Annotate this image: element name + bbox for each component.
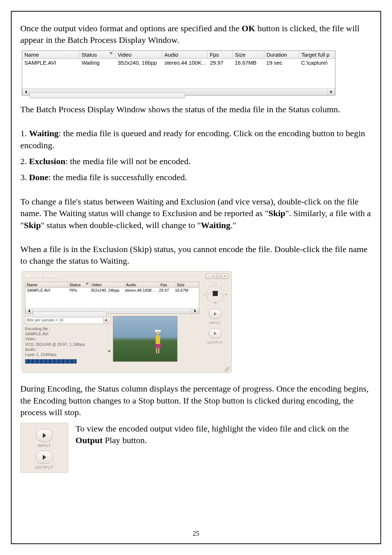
play-icon <box>214 332 216 335</box>
col-status[interactable]: Status <box>68 282 90 287</box>
scroll-right-button[interactable] <box>192 308 199 313</box>
stop-dial[interactable]: ○-○ – + H <box>204 282 227 305</box>
paragraph-skip-note: When a file is in the Exclusion (Skip) s… <box>20 243 372 267</box>
play-icon <box>43 433 46 438</box>
chevron-left-icon <box>28 309 30 313</box>
cell-status: Waiting <box>79 59 116 66</box>
col-fps[interactable]: Fps <box>159 282 175 287</box>
sort-descending-icon[interactable] <box>109 52 113 54</box>
number: 2. <box>20 157 29 166</box>
horizontal-scrollbar[interactable] <box>25 308 199 313</box>
desc: : the media file will not be encoded. <box>65 157 191 166</box>
screenshot-batch-list: Name Status Video Audio Fps Size Duratio… <box>22 50 335 96</box>
cell-video: 352x240, 16bpp <box>115 59 162 66</box>
text: Once the output video format and options… <box>20 24 242 33</box>
desc: : the media file is successfully encoded… <box>48 173 187 182</box>
paragraph-status-desc: The Batch Process Display Window shows t… <box>20 104 372 115</box>
col-status[interactable]: Status <box>79 51 116 58</box>
scroll-left-button[interactable] <box>22 89 29 95</box>
cell-audio: stereo,44.100K... <box>162 59 208 66</box>
bold-waiting: Waiting <box>201 220 230 230</box>
term: Exclusion <box>29 157 65 166</box>
chevron-down-icon <box>108 351 111 357</box>
stop-icon <box>213 291 218 296</box>
cell-duration: 19 sec <box>264 59 299 66</box>
scroll-up-button[interactable] <box>103 317 109 323</box>
term: Done <box>29 173 48 182</box>
col-duration[interactable]: Duration <box>264 51 299 58</box>
input-play-button[interactable] <box>209 309 222 319</box>
text: Play button. <box>103 436 147 445</box>
play-icon <box>43 455 46 460</box>
close-icon: × <box>224 274 226 278</box>
batch-empty-area <box>22 66 335 88</box>
col-name[interactable]: Name <box>25 282 68 287</box>
output-label: OUTPUT <box>208 341 223 344</box>
scroll-thumb[interactable] <box>33 312 106 317</box>
list-item-done: 3. Done: the media file is successfully … <box>20 171 372 183</box>
input-play-button[interactable] <box>36 429 53 442</box>
minus-icon: – <box>203 292 205 297</box>
col-fps[interactable]: Fps <box>208 51 233 58</box>
chevron-right-icon <box>330 90 332 94</box>
info-line: Audio : <box>25 347 111 352</box>
preview-figure-icon <box>153 329 163 354</box>
col-size[interactable]: Size <box>175 282 195 287</box>
paragraph-intro: Once the output video format and options… <box>20 23 372 46</box>
col-video[interactable]: Video <box>90 282 124 287</box>
term: Waiting <box>29 129 58 138</box>
maximize-icon: ▢ <box>216 274 219 278</box>
horizontal-scrollbar[interactable] <box>22 88 335 95</box>
cell-video: 352x240, 24bpp <box>89 288 123 293</box>
sort-descending-icon[interactable] <box>85 283 89 285</box>
chevron-right-icon <box>194 309 196 313</box>
cell-name: SAMPLE.AVI <box>22 59 79 66</box>
col-size[interactable]: Size <box>233 51 264 58</box>
col-audio[interactable]: Audio <box>162 51 208 58</box>
cell-size: 16.67MB <box>233 59 264 66</box>
info-line: Encoding file : <box>25 326 111 331</box>
batch-header-row: Name Status Video Audio Fps Size Duratio… <box>22 51 335 59</box>
bold-ok: OK <box>242 24 255 33</box>
bold-skip: Skip <box>268 208 285 218</box>
info-line: Layer 2, 224Kbps <box>25 352 56 357</box>
encoder-row[interactable]: SAMPLE.AVI 78% 352x240, 24bpp stereo,44.… <box>25 288 199 293</box>
output-play-button[interactable] <box>209 328 222 339</box>
page-number: 25 <box>12 530 380 538</box>
screenshot-mpeg-encoder: MPEG Encoder – ▢ × Name Status <box>22 271 232 373</box>
text: ." <box>230 220 236 230</box>
minimize-button[interactable]: – <box>206 273 212 279</box>
chevron-up-icon <box>105 319 107 321</box>
scroll-down-button[interactable] <box>108 352 111 357</box>
col-target[interactable]: Target full p <box>299 51 335 58</box>
cell-target: C:\capture\ <box>299 59 335 66</box>
dial-marker-icon: ○-○ <box>204 281 227 284</box>
cell-size: 16.67M <box>173 288 193 293</box>
col-name[interactable]: Name <box>22 51 79 58</box>
list-item-exclusion: 2. Exclusion: the media file will not be… <box>20 155 372 167</box>
col-audio[interactable]: Audio <box>124 282 159 287</box>
encoder-list: Name Status Video Audio Fps Size SAMPLE.… <box>25 282 199 314</box>
window-title: MPEG Encoder <box>25 273 206 279</box>
cell-fps: 29.97 <box>208 59 233 66</box>
play-icon <box>214 312 216 316</box>
output-play-button[interactable] <box>36 451 53 464</box>
cell-fps: 29.97 <box>158 288 173 293</box>
batch-row[interactable]: SAMPLE.AVI Waiting 352x240, 16bpp stereo… <box>22 59 335 66</box>
bits-label: Bits per sample = 16 <box>27 318 64 322</box>
scroll-left-button[interactable] <box>25 308 33 313</box>
maximize-button[interactable]: ▢ <box>214 273 220 279</box>
paragraph-toggle-status: To change a file's status between Waitin… <box>20 196 372 231</box>
window-titlebar: MPEG Encoder – ▢ × <box>22 272 231 280</box>
close-button[interactable]: × <box>222 273 228 279</box>
window-resize-grip[interactable] <box>22 366 231 372</box>
resize-grip-icon <box>225 366 230 372</box>
number: 3. <box>20 173 29 182</box>
screenshot-play-buttons: INPUT OUTPUT <box>20 423 68 473</box>
dial-label: H <box>204 301 227 304</box>
col-video[interactable]: Video <box>115 51 162 58</box>
paragraph-output-play: To view the encoded output video file, h… <box>75 423 372 446</box>
scroll-right-button[interactable] <box>328 89 335 95</box>
scroll-thumb[interactable] <box>29 93 185 98</box>
input-label: INPUT <box>209 321 221 325</box>
